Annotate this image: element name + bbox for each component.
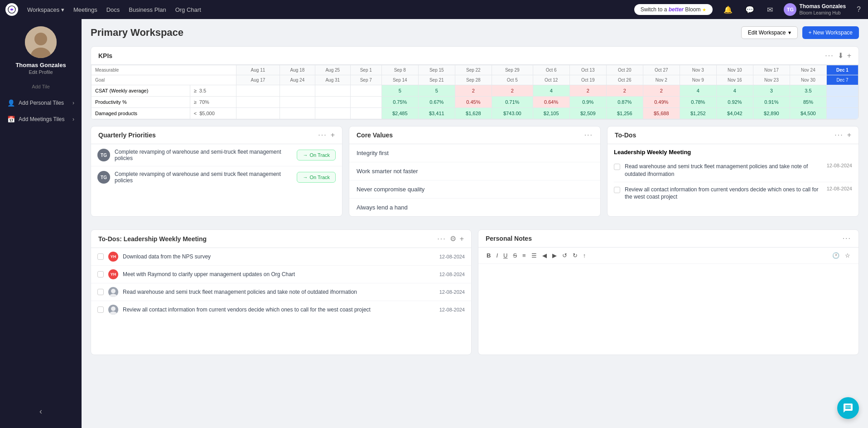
notes-upload-button[interactable]: ↑	[581, 251, 588, 260]
kpi-csat-sep8: 5	[381, 85, 418, 97]
header-buttons: Edit Workspace ▾ + New Workspace	[741, 26, 859, 39]
chat-icon[interactable]: 💬	[743, 5, 756, 14]
todos-title: To-Dos	[615, 131, 636, 139]
sidebar-add-tile-label: Add Tile	[32, 84, 50, 89]
todo-checkbox-1[interactable]	[614, 164, 620, 170]
kpi-dmg-nov24: $4,500	[790, 108, 826, 119]
notes-history-button[interactable]: 🕐	[830, 251, 841, 260]
kpi-dmg-dec1	[826, 108, 858, 119]
kpi-prod-nov10: 0.92%	[716, 97, 753, 108]
collapse-sidebar-icon[interactable]: ‹	[39, 407, 42, 416]
qp-dots-menu[interactable]: ···	[318, 131, 327, 139]
kpi-add-button[interactable]: +	[847, 52, 851, 60]
nav-docs[interactable]: Docs	[106, 6, 120, 13]
kpi-dmg-sep22: $1,628	[455, 108, 492, 119]
kpi-col-sep22-top: Sep 22	[459, 68, 488, 73]
notes-ordered-list-button[interactable]: ≡	[521, 251, 528, 260]
kpi-prod-nov17: 0.91%	[753, 97, 790, 108]
todos-meeting-dots[interactable]: ···	[437, 235, 446, 243]
arrow-right-icon-1: →	[303, 152, 308, 158]
kpi-col-oct27-top: Oct 27	[647, 68, 676, 73]
cv-items: Integrity first Work smarter not faster …	[349, 144, 600, 216]
personal-notes-actions: ···	[843, 234, 851, 243]
notes-star-button[interactable]: ☆	[843, 251, 852, 260]
switch-bloom-button[interactable]: Switch to a better Bloom ★	[634, 4, 713, 15]
todo-main-text-2: Review all contact information from curr…	[625, 186, 822, 201]
on-track-button-1[interactable]: → On Track	[297, 150, 336, 160]
kpi-csat-sep15: 5	[418, 85, 455, 97]
kpi-prod-oct6: 0.64%	[533, 97, 569, 108]
nav-workspaces[interactable]: Workspaces ▾	[27, 6, 64, 13]
todo-meeting-row-1: YH Download data from the NPS survey 12-…	[91, 248, 471, 266]
chat-fab-button[interactable]	[837, 397, 859, 419]
person-icon: 👤	[7, 99, 15, 107]
edit-workspace-button[interactable]: Edit Workspace ▾	[741, 26, 798, 39]
todo-checkbox-2[interactable]	[614, 187, 620, 193]
sidebar-item-meetings-tiles[interactable]: 📅 Add Meetings Tiles ›	[0, 111, 82, 127]
notes-redo-button[interactable]: ↻	[571, 251, 579, 260]
notes-bold-button[interactable]: B	[485, 251, 492, 260]
kpi-dmg-oct13: $2,509	[569, 108, 606, 119]
todos-meeting-add-button[interactable]: +	[460, 235, 464, 243]
cv-item-3: Never compromise quality	[349, 180, 600, 199]
personal-notes-dots[interactable]: ···	[843, 234, 851, 243]
kpi-col-sep21-bot: Sep 21	[418, 75, 455, 85]
kpi-dmg-sep29: $743.00	[492, 108, 533, 119]
notes-indent-left-button[interactable]: ◀	[540, 251, 549, 260]
qp-add-button[interactable]: +	[331, 131, 335, 139]
todo-meeting-checkbox-4[interactable]	[97, 306, 104, 313]
cv-item-1: Integrity first	[349, 144, 600, 162]
kpi-download-icon[interactable]: ⬇	[838, 51, 844, 60]
todo-meeting-row-3: Read warehouse and semi truck fleet mana…	[91, 283, 471, 301]
todo-meeting-checkbox-3[interactable]	[97, 289, 104, 295]
notes-italic-button[interactable]: I	[494, 251, 500, 260]
nav-business-plan[interactable]: Business Plan	[129, 6, 166, 13]
notes-content[interactable]	[478, 264, 858, 355]
nav-meetings[interactable]: Meetings	[73, 6, 97, 13]
mail-icon[interactable]: ✉	[765, 5, 775, 14]
help-icon[interactable]: ?	[855, 5, 863, 14]
topnav-user-name: Thomas Gonzales	[799, 3, 846, 10]
svg-point-2	[34, 33, 47, 45]
kpi-section: KPIs ··· ⬇ + Measurable Aug 11	[91, 46, 859, 120]
kpi-prod-sep8: 0.75%	[381, 97, 418, 108]
new-workspace-button[interactable]: + New Workspace	[802, 26, 859, 39]
kpi-col-oct20-top: Oct 20	[610, 68, 639, 73]
todo-meeting-text-1: Download data from the NPS survey	[123, 253, 435, 260]
kpi-col-sep8-top: Sep 8	[386, 68, 415, 73]
notes-indent-right-button[interactable]: ▶	[550, 251, 559, 260]
notes-strikethrough-button[interactable]: S	[511, 251, 519, 260]
meetings-icon: 📅	[7, 116, 15, 123]
app-logo[interactable]	[5, 3, 18, 16]
cv-dots-menu[interactable]: ···	[584, 131, 593, 139]
todos-meeting-section: To-Dos: Leadership Weekly Meeting ··· ⚙ …	[91, 229, 472, 355]
kpi-row-csat: CSAT (Weekly average) ≥ 3.5 5 5 2 2 4 2	[92, 85, 858, 97]
kpi-prod-aug18	[280, 97, 315, 108]
kpi-dots-menu[interactable]: ···	[825, 52, 834, 60]
kpi-row-productivity: Productivity % ≥ 70% 0.75% 0.67% 0.45% 0…	[92, 97, 858, 108]
bell-icon[interactable]: 🔔	[722, 5, 734, 14]
kpi-dmg-aug18	[280, 108, 315, 119]
todo-main-text-1: Read warehouse and semi truck fleet mana…	[625, 163, 822, 178]
kpi-col-sep28-bot: Sep 28	[455, 75, 492, 85]
kpi-csat-label: CSAT (Weekly average)	[92, 85, 190, 97]
kpi-dmg-nov17: $2,890	[753, 108, 790, 119]
notes-underline-button[interactable]: U	[502, 251, 509, 260]
todo-meeting-checkbox-1[interactable]	[97, 253, 104, 260]
kpi-col-aug24-bot: Aug 24	[280, 75, 315, 85]
user-profile-nav[interactable]: TG Thomas Gonzales Bloom Learning Hub	[784, 3, 846, 16]
todos-dots-menu[interactable]: ···	[834, 131, 843, 139]
sidebar-item-personal-tiles[interactable]: 👤 Add Personal Tiles ›	[0, 95, 82, 111]
todo-meeting-checkbox-2[interactable]	[97, 271, 104, 277]
personal-notes-title: Personal Notes	[486, 235, 532, 242]
notes-unordered-list-button[interactable]: ☰	[530, 251, 539, 260]
todos-add-button[interactable]: +	[847, 131, 851, 139]
nav-org-chart[interactable]: Org Chart	[175, 6, 201, 13]
sidebar-edit-profile[interactable]: Edit Profile	[29, 69, 53, 75]
kpi-csat-oct20: 2	[606, 85, 643, 97]
settings-icon[interactable]: ⚙	[450, 234, 456, 243]
kpi-csat-oct6: 4	[533, 85, 569, 97]
notes-undo-button[interactable]: ↺	[560, 251, 569, 260]
kpi-dmg-aug11	[236, 108, 280, 119]
on-track-button-2[interactable]: → On Track	[297, 172, 336, 183]
